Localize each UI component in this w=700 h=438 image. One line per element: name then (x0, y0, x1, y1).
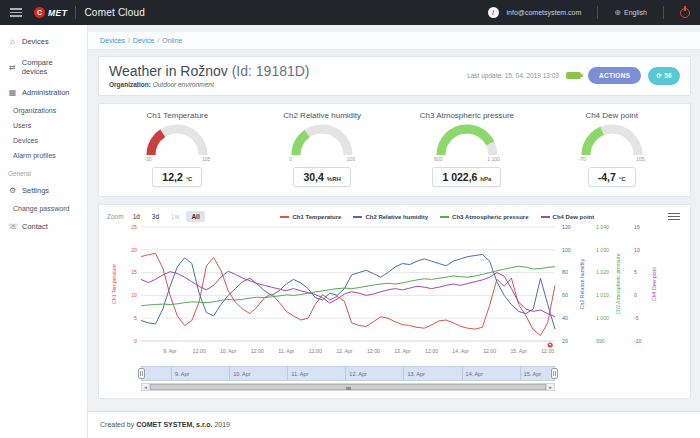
chart-legend: Ch1 TemperatureCh2 Relative humidityCh3 … (207, 214, 668, 220)
svg-text:1 000: 1 000 (596, 315, 609, 321)
sidebar-subitem-organizations[interactable]: Organizations (0, 103, 87, 118)
svg-text:13. Apr: 13. Apr (394, 348, 411, 354)
zoom-button-3d[interactable]: 3d (147, 211, 164, 222)
user-avatar[interactable]: i (488, 7, 499, 18)
svg-text:14. Apr: 14. Apr (452, 348, 469, 354)
sidebar-item-administration[interactable]: ▦Administration (0, 82, 87, 103)
legend-item-ch4-dew-point[interactable]: Ch4 Dew point (541, 214, 595, 220)
handle-bar (555, 371, 556, 376)
gauge-scale: -30105 (144, 156, 210, 162)
refresh-count: 56 (664, 72, 672, 79)
svg-text:Ch2 Relative humidity: Ch2 Relative humidity (579, 258, 585, 309)
svg-text:5: 5 (634, 269, 637, 275)
chart-card: Zoom 1d3d1wAll Ch1 TemperatureCh2 Relati… (98, 204, 691, 399)
handle-bar (140, 371, 141, 376)
svg-text:1 040: 1 040 (596, 224, 609, 230)
gauge-value: 30,4 %RH (293, 167, 350, 187)
gauge-value-number: 1 022,6 (442, 171, 480, 183)
series-line-ch1-temperature (141, 253, 555, 335)
comet-logo[interactable]: C MET (34, 7, 67, 18)
sidebar-subitem-devices[interactable]: Devices (0, 133, 87, 148)
language-selector[interactable]: ⊕ English (614, 8, 647, 17)
gauge-title: Ch4 Dew point (585, 111, 637, 120)
scrollbar-left-arrow-icon[interactable]: ◂ (141, 383, 150, 391)
svg-text:20: 20 (131, 247, 137, 253)
gauge-arc (579, 123, 645, 157)
navigator-label: 14. Apr (466, 371, 483, 377)
phone-icon: ☏ (8, 222, 17, 231)
gauge-value-number: 30,4 (303, 171, 326, 183)
scrollbar-right-arrow-icon[interactable]: ▸ (546, 383, 555, 391)
svg-text:12:00: 12:00 (193, 348, 206, 354)
gauge-value-unit: °C (186, 176, 193, 182)
svg-text:15: 15 (131, 269, 137, 275)
sidebar-subitem-users[interactable]: Users (0, 118, 87, 133)
device-id: (Id: 19181D) (232, 63, 310, 79)
svg-text:-5: -5 (634, 315, 639, 321)
chart-context-menu-icon[interactable] (668, 213, 680, 221)
svg-text:12:00: 12:00 (425, 348, 438, 354)
legend-item-ch3-atmospheric-pressure[interactable]: Ch3 Atmospheric pressure (440, 214, 528, 220)
sidebar-item-label: Devices (22, 37, 49, 46)
sidebar-item-label: Settings (22, 186, 49, 195)
account-email[interactable]: info@cometsystem.com (507, 9, 582, 16)
battery-icon (566, 72, 581, 79)
navigator-gridline (229, 367, 230, 380)
chart-plot[interactable]: 9. Apr12:0010. Apr12:0011. Apr12:0012. A… (107, 222, 682, 366)
footer-year: 2019 (214, 421, 230, 428)
sidebar-subitem-alarm-profiles[interactable]: Alarm profiles (0, 148, 87, 163)
gear-icon: ⚙ (8, 186, 17, 195)
gauge-min-label: 600 (434, 156, 442, 162)
header-divider (75, 6, 76, 19)
zoom-button-all[interactable]: All (186, 211, 204, 222)
gauge-value-unit: hPa (480, 176, 491, 182)
svg-text:12:00: 12:00 (251, 348, 264, 354)
svg-text:10. Apr: 10. Apr (220, 348, 237, 354)
svg-text:60: 60 (562, 292, 568, 298)
sidebar-item-label: Compare devices (22, 58, 79, 76)
zoom-button-group: 1d3d1wAll (128, 211, 207, 222)
legend-item-ch2-relative-humidity[interactable]: Ch2 Relative humidity (353, 214, 428, 220)
gauge-title: Ch1 Temperature (147, 111, 209, 120)
gauge-max-label: 105 (636, 156, 644, 162)
sidebar-item-label: Administration (22, 88, 70, 97)
refresh-button[interactable]: ⟳ 56 (648, 67, 680, 85)
gauge-ch2-relative-humidity: Ch2 Relative humidity010030,4 %RH (253, 111, 391, 187)
breadcrumb-link-device[interactable]: Device (133, 37, 154, 44)
breadcrumb-separator: / (157, 37, 159, 44)
legend-item-ch1-temperature[interactable]: Ch1 Temperature (280, 214, 341, 220)
gauge-ch3-atmospheric-pressure: Ch3 Atmospheric pressure6001 1001 022,6 … (398, 111, 536, 187)
svg-text:11. Apr: 11. Apr (278, 348, 294, 354)
navigator-left-handle[interactable] (138, 368, 145, 379)
scrollbar-thumb[interactable] (150, 384, 546, 390)
gauge-max-label: 100 (347, 156, 355, 162)
sidebar-item-contact[interactable]: ☏Contact (0, 216, 87, 237)
gauge-max-label: 105 (202, 156, 210, 162)
svg-text:40: 40 (562, 315, 568, 321)
gauge-arc (289, 123, 355, 157)
sidebar-subitem-change-password[interactable]: Change password (0, 201, 87, 216)
legend-label: Ch1 Temperature (292, 214, 341, 220)
breadcrumb: Devices/Device/Online (88, 32, 700, 50)
sidebar-item-label: Contact (22, 222, 48, 231)
logout-power-icon[interactable] (680, 8, 690, 18)
menu-hamburger-icon[interactable] (10, 8, 22, 17)
svg-text:15. Apr: 15. Apr (510, 348, 527, 354)
actions-button[interactable]: ACTIONS (588, 67, 641, 84)
sidebar-item-devices[interactable]: ⌂Devices (0, 31, 87, 52)
gauge-arc (144, 123, 210, 157)
navigator-right-handle[interactable] (551, 368, 558, 379)
breadcrumb-link-devices[interactable]: Devices (100, 37, 125, 44)
chart-scrollbar[interactable]: ◂ ▸ (141, 383, 555, 391)
zoom-button-1d[interactable]: 1d (128, 211, 145, 222)
chart-navigator[interactable]: 9. Apr10. Apr11. Apr12. Apr13. Apr14. Ap… (141, 366, 555, 381)
sidebar-item-compare-devices[interactable]: ⇄Compare devices (0, 52, 87, 82)
svg-text:80: 80 (562, 269, 568, 275)
legend-label: Ch2 Relative humidity (365, 214, 428, 220)
last-update-text: Last update: 15. 04. 2019 13:03 (467, 72, 559, 79)
gauge-value: 12,2 °C (152, 167, 202, 187)
zoom-label: Zoom (107, 213, 124, 220)
scrollbar-track[interactable] (150, 383, 546, 391)
gauge-ch4-dew-point: Ch4 Dew point-70105-4,7 °C (543, 111, 681, 187)
sidebar-item-settings[interactable]: ⚙Settings (0, 180, 87, 201)
